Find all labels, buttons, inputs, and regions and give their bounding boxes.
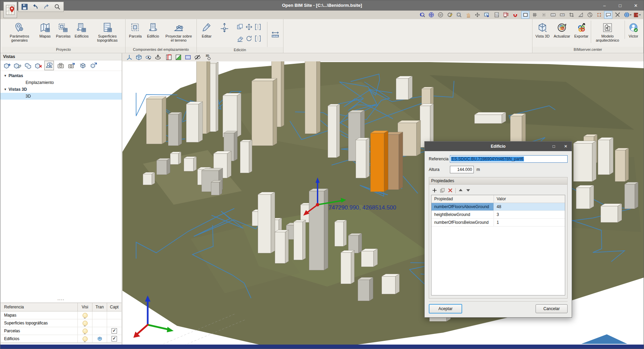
property-row-numberOfFloorsBelowGround[interactable]: numberOfFloorsBelowGround1	[431, 219, 565, 227]
rotate-icon[interactable]	[245, 35, 253, 44]
transparency-cube-icon[interactable]	[92, 327, 107, 335]
ribbon-button-editar[interactable]: Editar	[198, 20, 215, 39]
tree-item-3d[interactable]: 3D	[0, 93, 122, 100]
transparency-cube-icon[interactable]	[92, 319, 107, 327]
layer-row-parcelas[interactable]: Parcelas✓	[1, 327, 121, 335]
camera-icon[interactable]	[56, 61, 65, 70]
view-duplicate-icon[interactable]	[23, 61, 33, 70]
ribbon-button-actualizar[interactable]: Actualizar	[552, 20, 572, 39]
tools-icon[interactable]	[613, 11, 621, 19]
magnet-icon[interactable]	[511, 11, 519, 19]
setsquare-icon[interactable]	[576, 11, 585, 19]
grid-icon[interactable]	[530, 11, 539, 19]
redraw-icon[interactable]	[445, 11, 454, 19]
layers-header-capt[interactable]: Capt	[107, 303, 121, 311]
minimize-button[interactable]: –	[597, 0, 612, 11]
ribbon-button-victor[interactable]: Victor	[625, 20, 642, 39]
layer-row-mapas[interactable]: Mapas	[1, 311, 121, 319]
view-delete-icon[interactable]	[34, 61, 43, 70]
section-red-icon[interactable]	[165, 54, 173, 61]
tree-item-plantas[interactable]: ▼Plantas	[0, 72, 122, 79]
visibility-bulb-icon[interactable]	[77, 311, 92, 319]
pan-icon[interactable]	[464, 11, 472, 19]
gear-3d-icon[interactable]: 3D	[204, 54, 213, 61]
dialog-maximize-button[interactable]: □	[548, 142, 560, 151]
tree-item-vistas-3d[interactable]: ▼Vistas 3D	[0, 86, 122, 93]
capture-checkbox[interactable]: ✓	[107, 327, 121, 335]
layers-header-visi[interactable]: Visi	[77, 303, 92, 311]
split-l-icon[interactable]	[254, 23, 262, 32]
move-down-icon[interactable]	[466, 188, 471, 194]
ribbon-button-modelo-arquitect-nico[interactable]: Modelo arquitectónico	[591, 20, 624, 43]
orbit-icon[interactable]	[418, 11, 426, 19]
dxf-layers-icon[interactable]: DXF	[502, 11, 510, 19]
eraser-icon[interactable]	[236, 35, 244, 44]
maximize-button[interactable]: □	[612, 0, 628, 11]
ribbon-button-mapas[interactable]: Mapas	[36, 20, 54, 39]
view-show-icon[interactable]	[44, 61, 54, 70]
ribbon-button-superficies-topogr-ficas[interactable]: Superficies topográficas	[91, 20, 124, 43]
capture-checkbox[interactable]: ✓	[107, 335, 121, 343]
dashed-blue-icon[interactable]	[184, 54, 192, 61]
snap-point-icon[interactable]	[540, 11, 548, 19]
ribbon-button-exportar[interactable]: Exportar	[572, 20, 590, 39]
accept-button[interactable]: Aceptar	[429, 304, 462, 314]
box-icon[interactable]	[135, 54, 143, 61]
layers-header-tran[interactable]: Tran	[92, 303, 107, 311]
keyboard-icon[interactable]	[549, 11, 557, 19]
view-new-icon[interactable]	[2, 61, 12, 70]
property-row-numberOfFloorsAboveGround[interactable]: numberOfFloorsAboveGround48	[431, 203, 565, 211]
panel-splitter[interactable]: ••••	[0, 299, 122, 303]
property-row-heightBelowGround[interactable]: heightBelowGround3	[431, 211, 565, 219]
properties-header-valor[interactable]: Valor	[494, 195, 565, 203]
move-icon[interactable]	[245, 23, 253, 32]
tree-item-emplazamiento[interactable]: Emplazamiento	[0, 79, 122, 86]
ribbon-button-par-metros-generales[interactable]: Parámetros generales	[3, 20, 36, 43]
visibility-bulb-icon[interactable]	[77, 327, 92, 335]
view-edit-icon[interactable]	[13, 61, 22, 70]
zoom-window-icon[interactable]	[455, 11, 463, 19]
dxf-dwg-icon[interactable]: DXFDWG	[493, 11, 501, 19]
ribbon-button-[interactable]	[216, 20, 233, 35]
move-view-icon[interactable]	[473, 11, 481, 19]
transparency-cube-icon[interactable]	[92, 335, 107, 343]
delete-property-icon[interactable]	[448, 188, 453, 194]
camera-go-icon[interactable]	[67, 61, 76, 70]
capture-checkbox[interactable]	[107, 311, 121, 319]
axes-icon[interactable]	[125, 54, 133, 61]
capture-checkbox[interactable]	[107, 319, 121, 327]
ribbon-button-edificio[interactable]: Edificio	[145, 20, 162, 39]
turntable-icon[interactable]	[154, 54, 162, 61]
ribbon-button-parcelas[interactable]: Parcelas	[54, 20, 72, 39]
transparency-cube-icon[interactable]	[92, 311, 107, 319]
move-up-icon[interactable]	[458, 188, 463, 194]
app-menu-button[interactable]	[3, 2, 17, 18]
copy-property-icon[interactable]	[440, 188, 445, 194]
protractor-icon[interactable]	[586, 11, 594, 19]
chevron-down-icon[interactable]: ▼	[4, 86, 9, 93]
redo-icon[interactable]	[42, 3, 50, 11]
measure-icon[interactable]	[267, 22, 280, 47]
diagonal-green-icon[interactable]	[174, 54, 182, 61]
height-input[interactable]: 144.000	[450, 166, 474, 173]
eye-off-icon[interactable]	[193, 54, 202, 61]
layer-row-edificios[interactable]: Edificios✓	[1, 335, 121, 343]
chevron-down-icon[interactable]: ▼	[4, 72, 9, 79]
reference-input[interactable]: ES.SDGC.BU.7286904YH4678N_part6	[450, 155, 568, 163]
close-button[interactable]: ✕	[628, 0, 644, 11]
visibility-bulb-icon[interactable]	[77, 319, 92, 327]
crop-icon[interactable]	[567, 11, 575, 19]
snap-box-icon[interactable]	[595, 11, 603, 19]
save-icon[interactable]	[20, 3, 29, 11]
ribbon-button-edificios[interactable]: Edificios	[73, 20, 90, 39]
copy-icon[interactable]	[236, 23, 244, 32]
ribbon-button-parcela[interactable]: Parcela	[127, 20, 144, 39]
rectangle-icon[interactable]	[521, 11, 529, 19]
cancel-button[interactable]: Cancelar	[536, 304, 568, 313]
comment-icon[interactable]	[604, 11, 612, 19]
zoom-x2-icon[interactable]: x2	[436, 11, 444, 19]
zoom-extents-icon[interactable]	[427, 11, 435, 19]
export-view-icon[interactable]	[482, 11, 491, 19]
layer-row-superficies-topogr-ficas[interactable]: Superficies topográficas	[1, 319, 121, 327]
add-property-icon[interactable]	[432, 188, 437, 194]
